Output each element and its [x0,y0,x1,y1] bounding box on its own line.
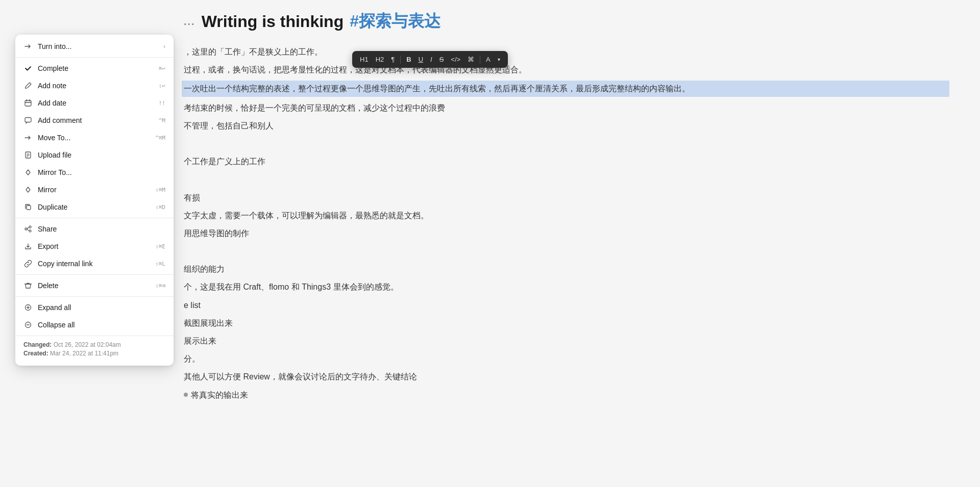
svg-rect-4 [25,118,31,122]
svg-line-14 [27,229,29,230]
content-line: 截图展现出来 [184,316,949,330]
turn-into-icon [23,42,33,51]
content-line: 个，这是我在用 Craft、flomo 和 Things3 里体会到的感觉。 [184,280,949,294]
menu-item-mirror[interactable]: Mirror ⇧⌘M [15,181,174,198]
page-title-hash: #探索与表达 [350,10,440,33]
format-toolbar: H1 H2 ¶ B U I S </> ⌘ A ▾ [352,51,508,68]
created-meta: Created: Mar 24, 2022 at 11:41pm [23,350,165,357]
menu-item-mirror-to[interactable]: Mirror To... [15,164,174,181]
menu-divider [15,218,174,218]
add-note-label: Add note [38,82,154,90]
svg-rect-9 [27,206,31,210]
content-line: 分。 [184,352,949,366]
format-paragraph-button[interactable]: ¶ [388,54,397,65]
menu-item-upload-file[interactable]: Upload file [15,146,174,164]
move-to-shortcut: ^⌘M [155,135,165,141]
mirror-label: Mirror [38,186,150,194]
menu-item-collapse-all[interactable]: Collapse all [15,316,174,334]
delete-icon [23,281,33,290]
context-menu: Turn into... › Complete ⌘↩ Add note ⇧↩ A… [15,35,174,366]
duplicate-label: Duplicate [38,203,150,211]
mirror-to-label: Mirror To... [38,168,165,176]
menu-item-export[interactable]: Export ⇧⌘E [15,238,174,255]
menu-divider [15,57,174,58]
content-line: 其他人可以方便 Review，就像会议讨论后的文字待办、关键结论 [184,370,949,383]
meta-section: Changed: Oct 26, 2022 at 02:04am Created… [15,336,174,363]
changed-meta: Changed: Oct 26, 2022 at 02:04am [23,341,165,348]
format-link-button[interactable]: ⌘ [465,54,477,65]
format-color-arrow[interactable]: ▾ [495,55,503,64]
menu-item-add-comment[interactable]: Add comment ^M [15,112,174,129]
menu-divider [15,274,174,275]
content-line: e list [184,298,949,312]
content-line: 文字太虚，需要一个载体，可以理解为编辑器，最熟悉的就是文档。 [184,209,949,222]
svg-rect-0 [25,100,31,106]
content-line: 不管理，包括自己和别人 [184,119,949,133]
expand-all-icon [23,303,33,312]
upload-file-icon [23,150,33,160]
content-line: ，这里的「工作」不是狭义上的工作。 [184,45,949,59]
menu-item-delete[interactable]: Delete ⇧⌘⌫ [15,277,174,294]
content-line [184,137,949,150]
page-title-text: Writing is thinking [202,12,344,31]
menu-item-share[interactable]: Share [15,220,174,238]
share-label: Share [38,225,165,233]
format-h2-button[interactable]: H2 [373,54,387,65]
menu-item-complete[interactable]: Complete ⌘↩ [15,60,174,77]
svg-point-11 [25,228,27,230]
menu-item-copy-link[interactable]: Copy internal link ⇧⌘L [15,255,174,272]
menu-item-move-to[interactable]: Move To... ^⌘M [15,129,174,146]
svg-point-12 [29,230,31,232]
format-h1-button[interactable]: H1 [357,54,371,65]
turn-into-arrow: › [163,43,165,50]
menu-item-add-note[interactable]: Add note ⇧↩ [15,77,174,94]
format-underline-button[interactable]: U [416,54,426,65]
turn-into-label: Turn into... [38,42,158,50]
format-italic-button[interactable]: I [428,54,435,65]
export-shortcut: ⇧⌘E [155,243,165,250]
content-body: ，这里的「工作」不是狭义上的工作。 过程，或者，换句话说，把思考显性化的过程，这… [184,45,949,402]
complete-shortcut: ⌘↩ [159,65,165,72]
add-comment-shortcut: ^M [159,117,165,124]
content-line: 个工作是广义上的工作 [184,155,949,168]
content-line: 过程，或者，换句话说，把思考显性化的过程，这是对文档本，代表编辑器的文档显然更适… [184,63,949,76]
delete-shortcut: ⇧⌘⌫ [155,283,165,289]
content-line-highlighted: 一次吐出一个结构完整的表述，整个过程更像一个思维导图的产生，先吐出所有线索，然后… [182,81,949,96]
add-note-icon [23,81,33,90]
menu-item-add-date[interactable]: Add date !! [15,94,174,112]
move-to-label: Move To... [38,134,150,142]
format-bold-button[interactable]: B [404,54,413,65]
content-line: 组织的能力 [184,262,949,276]
copy-link-shortcut: ⇧⌘L [155,261,165,267]
menu-item-turn-into[interactable]: Turn into... › [15,38,174,55]
svg-point-10 [29,226,31,228]
format-divider [400,56,401,64]
page-title-area: ... Writing is thinking #探索与表达 [184,10,949,33]
add-note-shortcut: ⇧↩ [159,83,165,89]
upload-file-label: Upload file [38,151,165,159]
menu-divider [15,296,174,297]
menu-item-expand-all[interactable]: Expand all [15,299,174,316]
complete-label: Complete [38,64,154,72]
format-strikethrough-button[interactable]: S [437,54,447,65]
collapse-all-icon [23,320,33,329]
svg-line-13 [27,227,29,228]
format-color-button[interactable]: A [483,54,493,65]
duplicate-shortcut: ⇧⌘D [155,204,165,211]
add-comment-label: Add comment [38,116,154,124]
share-icon [23,224,33,234]
title-dots[interactable]: ... [184,16,195,28]
content-line: 考结束的时候，恰好是一个完美的可呈现的文档，减少这个过程中的浪费 [184,101,949,115]
move-to-icon [23,133,33,142]
complete-icon [23,64,33,73]
mirror-to-icon [23,168,33,177]
copy-link-icon [23,259,33,268]
mirror-icon [23,185,33,194]
content-line [184,172,949,186]
menu-item-duplicate[interactable]: Duplicate ⇧⌘D [15,198,174,216]
content-line [184,244,949,258]
collapse-all-label: Collapse all [38,321,165,329]
export-label: Export [38,242,150,250]
mirror-shortcut: ⇧⌘M [155,187,165,193]
format-code-button[interactable]: </> [448,54,463,65]
